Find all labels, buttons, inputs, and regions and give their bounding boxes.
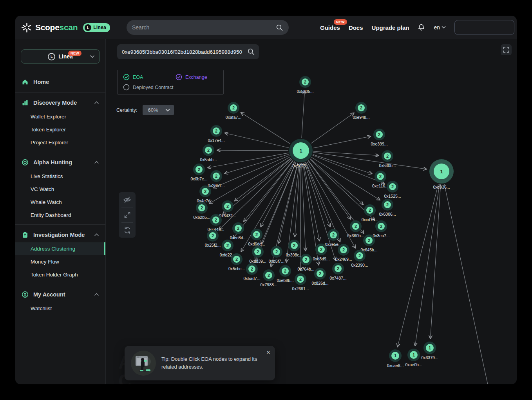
graph-node-label: 0x17e4... — [208, 138, 224, 143]
graph-node-label: 0x6006... — [379, 212, 396, 216]
sidebar-section-my-account[interactable]: My Account — [15, 287, 105, 302]
sidebar-item-live-statistics[interactable]: Live Statistics — [15, 170, 105, 183]
graph-node-label: 0xce8d... — [230, 235, 247, 240]
graph-node-badge: 2 — [386, 154, 389, 158]
sidebar-item-wallet-explorer[interactable]: Wallet Explorer — [15, 110, 105, 123]
sidebar-item-entity-dashboard[interactable]: Entity Dashboard — [15, 209, 105, 222]
cluster-canvas[interactable]: 10x5075...10xe936...20x5805...20xafa7...… — [106, 39, 517, 384]
chain-badge[interactable]: L Linea — [83, 23, 110, 32]
search-input[interactable] — [132, 24, 276, 31]
check-circle-icon — [176, 74, 182, 80]
graph-node[interactable]: 20xe948... — [353, 102, 369, 120]
graph-node[interactable]: 20x360b... — [347, 220, 364, 238]
fullscreen-button[interactable] — [501, 44, 512, 55]
graph-edge — [313, 155, 385, 184]
sidebar-section-alpha-hunting[interactable]: Alpha Hunting — [15, 155, 105, 170]
graph-node[interactable]: 20xce8d... — [230, 222, 247, 240]
certainty-dropdown[interactable]: 60% — [143, 105, 174, 115]
graph-node[interactable]: 20x5805... — [297, 76, 313, 94]
expand-icon — [123, 211, 131, 219]
graph-node[interactable]: 20x0b7e... — [190, 164, 207, 181]
graph-node[interactable]: 20x17e4... — [208, 125, 224, 143]
guides-link[interactable]: Guides NEW — [320, 24, 340, 31]
sidebar-section-discovery-mode[interactable]: Discovery Mode — [15, 95, 105, 110]
graph-node[interactable]: 20x2691... — [292, 273, 309, 291]
graph-node[interactable]: 20xad39... — [249, 246, 266, 264]
graph-node-badge: 2 — [299, 277, 302, 282]
tip-card: Tip: Double Click EOA nodes to expand it… — [125, 346, 275, 380]
graph-node[interactable]: 20xb5f7... — [269, 246, 284, 264]
header-right: Guides NEW Docs Upgrade plan en — [320, 16, 514, 39]
address-input[interactable] — [122, 49, 247, 55]
graph-node[interactable]: 20x5abb... — [200, 144, 217, 162]
graph-node[interactable]: 10xcae8... — [387, 349, 404, 368]
graph-node[interactable]: 20x530b... — [379, 150, 396, 168]
graph-edge — [444, 184, 488, 384]
sidebar-item-token-holder-graph[interactable]: Token Holder Graph — [15, 268, 105, 281]
bar-chart-icon — [22, 99, 29, 106]
magnifier-icon — [247, 48, 255, 56]
graph-node[interactable]: 20x6006... — [379, 199, 396, 216]
sidebar-item-token-explorer[interactable]: Token Explorer — [15, 123, 105, 136]
sidebar-item-address-clustering[interactable]: Address Clustering — [15, 242, 105, 255]
sidebar-item-whale-watch[interactable]: Whale Watch — [15, 196, 105, 209]
graph-node[interactable]: 20xe399... — [371, 129, 387, 146]
graph-node[interactable]: 20x25f2... — [205, 230, 221, 247]
node-type-legend: EOA Exchange Deployed Contract — [117, 70, 224, 95]
global-search[interactable] — [127, 20, 289, 35]
chevron-down-icon — [442, 26, 446, 29]
hide-labels-button[interactable] — [119, 192, 136, 207]
sidebar-section-investigation-mode[interactable]: Investigation Mode — [15, 227, 105, 242]
graph-node[interactable]: 10xae0b... — [405, 349, 422, 367]
graph-node[interactable]: 20x6432... — [219, 200, 236, 218]
sidebar-item-home[interactable]: Home — [15, 75, 105, 89]
close-icon[interactable]: × — [266, 349, 270, 356]
graph-node[interactable]: 20x3e5e... — [325, 229, 342, 247]
graph-node-label: 0x764b... — [297, 267, 314, 271]
network-selector[interactable]: L Linea NEW — [21, 49, 100, 64]
magnifier-icon — [276, 24, 283, 31]
refresh-button[interactable] — [119, 223, 136, 238]
notification-bell-icon[interactable] — [418, 24, 425, 31]
chevron-down-icon — [165, 109, 170, 112]
brand-logo[interactable]: Scopescan L Linea — [22, 22, 110, 33]
language-selector[interactable]: en — [434, 24, 446, 31]
upgrade-plan-link[interactable]: Upgrade plan — [372, 24, 409, 31]
sidebar-item-money-flow[interactable]: Money Flow — [15, 255, 105, 268]
graph-node[interactable]: 20xafa7... — [226, 102, 241, 120]
address-search-box[interactable] — [117, 44, 259, 59]
graph-edge — [313, 136, 371, 148]
graph-node-label: 0x2691... — [292, 286, 309, 291]
graph-node[interactable]: 20x3ea7... — [373, 220, 389, 238]
graph-node[interactable]: 20x7487... — [329, 263, 346, 280]
account-button[interactable] — [454, 20, 514, 35]
legend-eoa[interactable]: EOA — [123, 74, 176, 80]
graph-node[interactable]: 20x4e7d... — [197, 185, 214, 203]
sidebar-item-project-explorer[interactable]: Project Explorer — [15, 136, 105, 149]
graph-node[interactable]: 10x3379... — [421, 342, 438, 360]
sidebar-divider — [15, 152, 105, 152]
graph-node[interactable]: 20xd6dd... — [248, 229, 265, 246]
graph-node-badge: 2 — [198, 167, 200, 172]
graph-node-label: 0x2390... — [351, 263, 368, 267]
graph-node[interactable]: 20x7988... — [260, 269, 277, 287]
graph-node[interactable]: 10x5075... — [289, 139, 313, 168]
graph-node-label: 0x4e7d... — [197, 198, 214, 203]
graph-node-badge: 2 — [257, 249, 259, 254]
graph-node-label: 0x7988... — [260, 282, 277, 287]
legend-exchange[interactable]: Exchange — [176, 74, 207, 80]
graph-node[interactable]: 20x5ad7... — [243, 263, 260, 281]
graph-edge — [311, 113, 354, 144]
graph-node[interactable]: 20x62b5... — [193, 202, 210, 220]
graph-node[interactable]: 20xeb8b... — [277, 265, 293, 283]
graph-node[interactable]: 10xe936... — [429, 159, 454, 189]
docs-link[interactable]: Docs — [349, 24, 363, 31]
graph-node[interactable]: 20x2051... — [208, 170, 224, 188]
legend-deployed-contract[interactable]: Deployed Contract — [123, 84, 174, 91]
graph-node-label: 0xad39... — [249, 259, 266, 264]
graph-node[interactable]: 20x2390... — [351, 250, 368, 267]
graph-node[interactable]: 20xcd15... — [362, 204, 378, 222]
fit-view-button[interactable] — [119, 207, 136, 222]
sidebar-item-vc-watch[interactable]: VC Watch — [15, 183, 105, 196]
sidebar-item-watchlist[interactable]: Watchlist — [15, 302, 105, 315]
